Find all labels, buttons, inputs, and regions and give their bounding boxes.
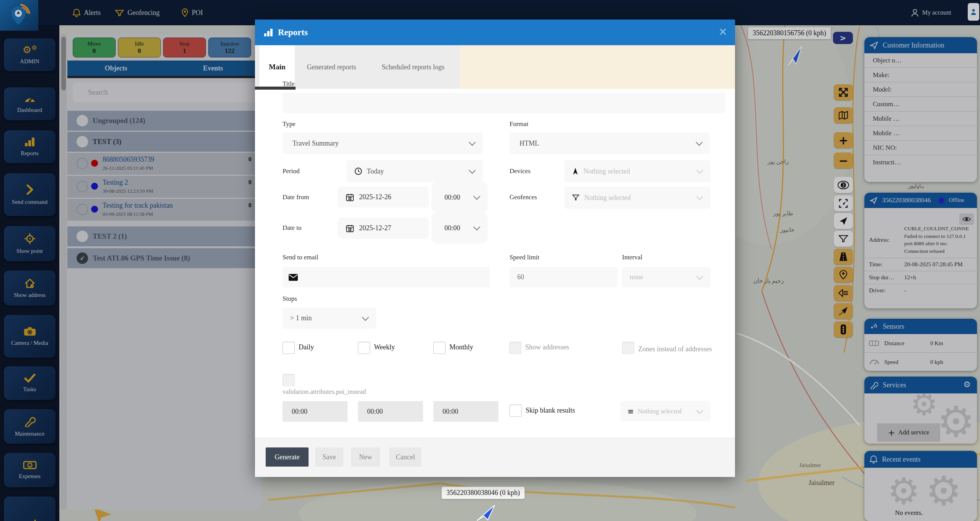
type-label: Type: [283, 120, 296, 128]
calendar-icon: [346, 193, 354, 201]
daily-time-input[interactable]: [283, 401, 348, 422]
format-label: Format: [510, 120, 528, 128]
weekly-label[interactable]: Weekly: [374, 343, 395, 351]
app-screen: راجن پور طاہر پور خانپور رحیم یار خان بہ…: [0, 0, 980, 521]
skip-blank-checkbox[interactable]: [510, 405, 522, 417]
stops-select[interactable]: > 1 min: [283, 308, 376, 329]
interval-label: Interval: [622, 254, 642, 261]
poi-instead-checkbox[interactable]: [283, 374, 295, 386]
email-input[interactable]: [283, 267, 490, 287]
devices-select[interactable]: Nothing selected: [564, 160, 710, 182]
poi-instead-label: validation.attributes.poi_instead: [283, 388, 366, 396]
bar-chart-icon: [263, 28, 273, 37]
monthly-time-input[interactable]: [433, 401, 498, 422]
clock-icon: [354, 167, 362, 175]
chevron-down-icon: [473, 193, 480, 200]
navigation-arrow-icon: [572, 167, 579, 175]
chevron-down-icon: [696, 193, 703, 200]
device-tooltip: 356220380038046 (0 kph): [441, 487, 525, 499]
monthly-checkbox[interactable]: [433, 342, 446, 354]
chevron-down-icon: [696, 167, 703, 174]
period-label: Period: [283, 167, 299, 175]
chevron-down-icon: [469, 167, 475, 174]
tab-scheduled-reports-logs[interactable]: Scheduled reports logs: [370, 45, 456, 89]
date-from-label: Date from: [283, 193, 309, 201]
weekly-time-input[interactable]: [358, 401, 423, 422]
tab-generated-reports[interactable]: Generated reports: [295, 45, 368, 89]
chevron-down-icon: [696, 273, 703, 280]
daily-checkbox[interactable]: [283, 342, 295, 354]
chevron-down-icon: [696, 407, 703, 414]
title-input[interactable]: [283, 93, 725, 113]
skip-blank-label[interactable]: Skip blank results: [526, 406, 575, 415]
time-to-select[interactable]: 00:00: [431, 212, 488, 244]
schedule-devices-multiselect[interactable]: ≡ Nothing selected: [621, 401, 710, 421]
chevron-down-icon: [696, 139, 702, 146]
period-select[interactable]: Today: [347, 160, 483, 182]
type-select[interactable]: Travel Summary: [283, 133, 483, 154]
date-to-input[interactable]: 2025-12-27: [338, 218, 429, 239]
hamburger-icon: ≡: [627, 407, 634, 416]
chevron-down-icon: [473, 223, 480, 230]
modal-footer: Generate Save New Cancel: [255, 438, 735, 477]
daily-label[interactable]: Daily: [299, 343, 314, 351]
chevron-down-icon: [469, 139, 475, 146]
geofences-label: Geofences: [510, 193, 537, 201]
stops-label: Stops: [283, 295, 297, 303]
title-label: Title: [283, 80, 295, 88]
generate-button[interactable]: Generate: [266, 447, 309, 467]
chevron-down-icon: [362, 314, 369, 321]
zones-label: Zones instead of addresses: [622, 343, 714, 356]
modal-header: Reports ✕: [255, 20, 735, 45]
interval-select[interactable]: none: [622, 267, 710, 287]
funnel-icon: [572, 194, 580, 201]
date-from-input[interactable]: 2025-12-26: [338, 187, 429, 208]
send-to-email-label: Send to email: [283, 254, 318, 261]
modal-title: Reports: [278, 28, 308, 38]
envelope-icon: [288, 274, 298, 281]
close-icon[interactable]: ✕: [719, 26, 727, 38]
calendar-icon: [346, 224, 354, 232]
device-marker-icon[interactable]: [475, 504, 498, 521]
cancel-button[interactable]: Cancel: [389, 447, 421, 467]
devices-label: Devices: [510, 167, 531, 175]
speed-limit-input[interactable]: [510, 267, 617, 287]
speed-limit-label: Speed limit: [510, 254, 539, 261]
date-to-label: Date to: [283, 224, 302, 232]
modal-tabbar: Main Generated reports Scheduled reports…: [255, 45, 735, 89]
show-addresses-checkbox[interactable]: [509, 342, 521, 354]
new-button[interactable]: New: [351, 447, 380, 467]
geofences-select[interactable]: Nothing selected: [564, 187, 710, 209]
time-from-select[interactable]: 00:00: [431, 182, 488, 213]
monthly-label[interactable]: Monthly: [449, 343, 473, 351]
reports-modal: Reports ✕ Main Generated reports Schedul…: [255, 20, 735, 477]
save-button[interactable]: Save: [315, 447, 343, 467]
weekly-checkbox[interactable]: [358, 342, 370, 354]
show-addresses-label: Show addresses: [525, 343, 569, 351]
format-select[interactable]: HTML: [510, 133, 710, 154]
